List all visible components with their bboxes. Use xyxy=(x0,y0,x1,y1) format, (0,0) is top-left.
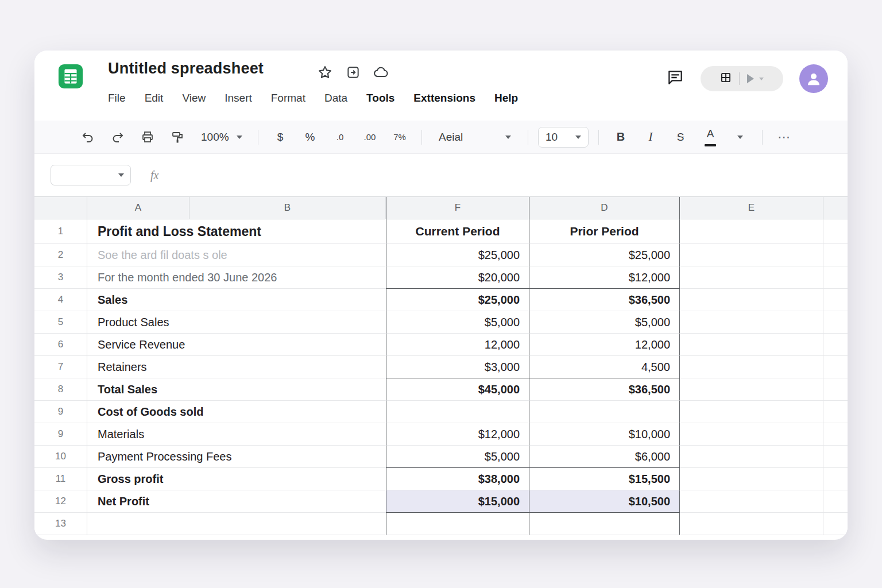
formula-input[interactable] xyxy=(178,165,848,185)
row-number[interactable]: 10 xyxy=(34,446,87,468)
comment-icon[interactable] xyxy=(666,68,684,89)
paint-format-button[interactable] xyxy=(165,126,189,149)
document-title[interactable]: Untitled spreadsheet xyxy=(108,60,264,78)
cell-prior-period[interactable]: $15,500 xyxy=(529,468,680,490)
menu-item-tools[interactable]: Tools xyxy=(366,92,394,105)
cell-current-period[interactable]: $38,000 xyxy=(386,468,529,490)
row-number[interactable]: 6 xyxy=(34,334,87,356)
column-header-A[interactable]: A xyxy=(87,197,189,219)
fill-color-dropdown[interactable] xyxy=(728,126,752,149)
cell-column-e[interactable] xyxy=(680,423,823,446)
cell-prior-period[interactable] xyxy=(529,401,680,423)
undo-button[interactable] xyxy=(76,126,100,149)
row-number[interactable]: 9 xyxy=(34,423,87,446)
cell-column-e[interactable] xyxy=(680,266,823,289)
menu-item-edit[interactable]: Edit xyxy=(145,92,164,105)
row-number[interactable]: 11 xyxy=(34,468,87,490)
cell-label[interactable]: Cost of Goods sold xyxy=(87,401,386,423)
row-number[interactable]: 7 xyxy=(34,356,87,378)
menu-item-help[interactable]: Help xyxy=(494,92,518,105)
row-number[interactable]: 13 xyxy=(34,513,87,535)
row-number[interactable]: 5 xyxy=(34,311,87,334)
cell-column-e[interactable] xyxy=(680,378,823,401)
row-number[interactable]: 4 xyxy=(34,289,87,311)
cell-prior-period[interactable]: Prior Period xyxy=(529,219,680,244)
cell-label[interactable]: Product Sales xyxy=(87,311,386,334)
cell-label[interactable]: Gross profit xyxy=(87,468,386,490)
cell-prior-period[interactable]: $25,000 xyxy=(529,244,680,266)
more-options-button[interactable]: ⋯ xyxy=(772,126,796,149)
font-size-select[interactable]: 10 xyxy=(538,127,589,148)
cell-current-period[interactable]: $20,000 xyxy=(386,266,529,289)
text-color-button[interactable]: A xyxy=(698,126,722,149)
cell-prior-period[interactable]: $36,500 xyxy=(529,289,680,311)
sheets-logo-icon[interactable] xyxy=(57,63,84,90)
star-icon[interactable] xyxy=(317,64,333,83)
cell-column-e[interactable] xyxy=(680,513,823,535)
cell-column-e[interactable] xyxy=(680,490,823,513)
cell-label[interactable]: Retainers xyxy=(87,356,386,378)
cell-prior-period[interactable]: 4,500 xyxy=(529,356,680,378)
cell-current-period[interactable]: $5,000 xyxy=(386,446,529,468)
play-dropdown-icon[interactable] xyxy=(759,78,764,80)
menu-item-exttensions[interactable]: Exttensions xyxy=(413,92,475,105)
name-box[interactable] xyxy=(51,165,131,185)
cell-label[interactable]: Sales xyxy=(87,289,386,311)
account-avatar[interactable] xyxy=(799,64,828,93)
cell-column-e[interactable] xyxy=(680,334,823,356)
column-header-E[interactable]: E xyxy=(680,197,823,219)
grid-corner-cell[interactable] xyxy=(34,197,87,219)
cell-current-period[interactable]: $12,000 xyxy=(386,423,529,446)
number-format-button[interactable]: 7% xyxy=(388,126,412,149)
cell-label[interactable]: Profit and Loss Statement xyxy=(87,219,386,244)
cell-current-period[interactable]: $25,000 xyxy=(386,244,529,266)
cell-current-period[interactable]: $3,000 xyxy=(386,356,529,378)
row-number[interactable]: 1 xyxy=(34,219,87,244)
cell-column-e[interactable] xyxy=(680,446,823,468)
cell-current-period[interactable]: 12,000 xyxy=(386,334,529,356)
row-number[interactable]: 12 xyxy=(34,490,87,513)
percent-format-button[interactable]: % xyxy=(298,126,322,149)
column-header-B[interactable]: B xyxy=(189,197,386,219)
cell-label[interactable]: Net Profit xyxy=(87,490,386,513)
cell-prior-period[interactable]: $10,000 xyxy=(529,423,680,446)
cell-prior-period[interactable]: $10,500 xyxy=(529,490,680,513)
redo-button[interactable] xyxy=(106,126,130,149)
currency-format-button[interactable]: $ xyxy=(268,126,292,149)
column-header-D[interactable]: D xyxy=(529,197,680,219)
bold-button[interactable]: B xyxy=(609,126,633,149)
cell-prior-period[interactable]: $36,500 xyxy=(529,378,680,401)
font-family-select[interactable]: Aeial xyxy=(432,126,518,149)
decrease-decimal-button[interactable]: .0 xyxy=(328,126,352,149)
share-pill-button[interactable] xyxy=(701,66,783,91)
menu-item-data[interactable]: Data xyxy=(324,92,347,105)
cell-prior-period[interactable]: 12,000 xyxy=(529,334,680,356)
cell-column-e[interactable] xyxy=(680,401,823,423)
menu-item-format[interactable]: Format xyxy=(271,92,305,105)
cell-prior-period[interactable] xyxy=(529,513,680,535)
cell-current-period[interactable] xyxy=(386,513,529,535)
play-icon[interactable] xyxy=(747,74,754,83)
cell-prior-period[interactable]: $6,000 xyxy=(529,446,680,468)
cell-label[interactable] xyxy=(87,513,386,535)
increase-decimal-button[interactable]: .00 xyxy=(358,126,382,149)
cell-column-e[interactable] xyxy=(680,311,823,334)
cell-current-period[interactable]: Current Period xyxy=(386,219,529,244)
cell-label[interactable]: Total Sales xyxy=(87,378,386,401)
row-number[interactable]: 9 xyxy=(34,401,87,423)
row-number[interactable]: 8 xyxy=(34,378,87,401)
cell-label[interactable]: Payment Processing Fees xyxy=(87,446,386,468)
print-button[interactable] xyxy=(136,126,160,149)
zoom-select[interactable]: 100% xyxy=(195,126,248,149)
cell-label[interactable]: Materials xyxy=(87,423,386,446)
strikethrough-button[interactable]: S xyxy=(668,126,693,149)
cell-current-period[interactable]: $5,000 xyxy=(386,311,529,334)
menu-item-file[interactable]: File xyxy=(108,92,126,105)
cell-current-period[interactable]: $45,000 xyxy=(386,378,529,401)
cell-current-period[interactable]: $25,000 xyxy=(386,289,529,311)
cell-column-e[interactable] xyxy=(680,468,823,490)
cell-label[interactable]: Soe the ard fil doats s ole xyxy=(87,244,386,266)
cell-label[interactable]: For the month ended 30 June 2026 xyxy=(87,266,386,289)
cell-prior-period[interactable]: $5,000 xyxy=(529,311,680,334)
cell-column-e[interactable] xyxy=(680,289,823,311)
